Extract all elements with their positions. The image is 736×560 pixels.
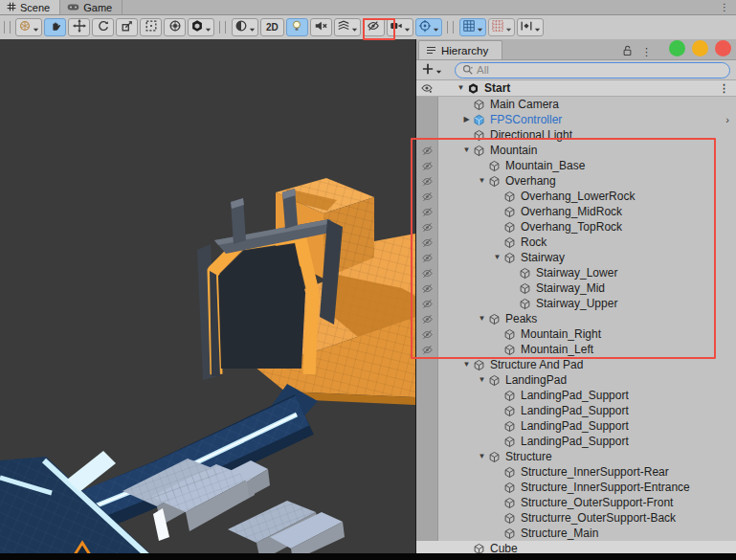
foldout-open-icon[interactable]: ▼	[437, 80, 467, 96]
tree-item-landingpad[interactable]: ▼LandingPad	[416, 372, 736, 388]
visibility-gutter-cell[interactable]	[416, 418, 437, 434]
visibility-off-toggle[interactable]	[416, 204, 437, 219]
foldout-closed-icon[interactable]: ▶	[437, 112, 473, 127]
foldout-open-icon[interactable]: ▼	[437, 250, 503, 265]
visibility-gutter-cell[interactable]	[416, 449, 437, 464]
visibility-gutter-cell[interactable]	[416, 495, 437, 510]
scale-tool-button[interactable]	[116, 18, 138, 36]
tree-item-landingpad-support[interactable]: LandingPad_Support	[416, 418, 736, 434]
tree-item-stairway-lower[interactable]: Stairway_Lower	[416, 265, 736, 280]
visibility-gutter-cell[interactable]	[416, 112, 437, 127]
visibility-off-toggle[interactable]	[416, 280, 437, 296]
prefab-open-chevron-icon[interactable]: ›	[725, 112, 736, 127]
visibility-gutter-cell[interactable]	[416, 403, 437, 418]
grid-visibility-button[interactable]	[459, 18, 486, 36]
foldout-open-icon[interactable]: ▼	[437, 173, 488, 189]
window-control-green[interactable]	[669, 40, 685, 56]
tree-item-stairway-upper[interactable]: Stairway_Upper	[416, 296, 736, 311]
tree-item-overhang-lowerrock[interactable]: Overhang_LowerRock	[416, 189, 736, 204]
tab-strip-menu-icon[interactable]: ⋮	[713, 0, 736, 14]
tab-hierarchy[interactable]: Hierarchy	[418, 40, 502, 59]
pivot-mode-button[interactable]	[15, 18, 42, 36]
foldout-open-icon[interactable]: ▼	[437, 357, 473, 372]
tree-item-fpscontroller[interactable]: ▶FPSController›	[416, 112, 736, 127]
scene-row-start[interactable]: ▼Start⋮	[416, 80, 736, 97]
tree-item-mountain-left[interactable]: Mountain_Left	[416, 342, 736, 357]
camera-button[interactable]	[387, 18, 413, 36]
tree-item-stairway[interactable]: ▼Stairway	[416, 250, 736, 265]
foldout-open-icon[interactable]: ▼	[437, 449, 488, 464]
visibility-gutter-cell[interactable]	[416, 434, 437, 449]
visibility-gutter-cell[interactable]	[416, 357, 437, 372]
visibility-gutter-cell[interactable]	[416, 480, 437, 495]
tree-item-mountain-right[interactable]: Mountain_Right	[416, 326, 736, 342]
visibility-off-toggle[interactable]	[416, 143, 437, 158]
visibility-off-toggle[interactable]	[416, 173, 437, 189]
tree-item-mountain[interactable]: ▼Mountain	[416, 143, 736, 158]
tab-game[interactable]: Game	[60, 0, 123, 14]
tree-item-structure-outersupport-front[interactable]: Structure_OuterSupport-Front	[416, 495, 736, 510]
visibility-off-toggle[interactable]	[416, 342, 437, 357]
visibility-off-toggle[interactable]	[416, 158, 437, 173]
visibility-gutter-cell[interactable]	[416, 510, 437, 526]
scene-audio-button[interactable]	[310, 18, 332, 36]
tree-item-structure-main[interactable]: Structure_Main	[416, 526, 736, 541]
tree-item-landingpad-support[interactable]: LandingPad_Support	[416, 388, 736, 403]
visibility-off-toggle[interactable]	[416, 311, 437, 326]
visibility-off-toggle[interactable]	[416, 326, 437, 342]
search-input[interactable]: All	[455, 62, 730, 78]
window-control-red[interactable]	[715, 40, 731, 56]
snap-settings-button[interactable]	[517, 18, 544, 36]
visibility-gutter-cell[interactable]	[416, 372, 437, 388]
visibility-off-toggle[interactable]	[416, 250, 437, 265]
rotate-tool-button[interactable]	[92, 18, 114, 36]
move-tool-button[interactable]	[68, 18, 90, 36]
scene-lighting-button[interactable]	[286, 18, 308, 36]
tree-item-directional-light[interactable]: Directional Light	[416, 127, 736, 143]
tree-item-structure-innersupport-entrance[interactable]: Structure_InnerSupport-Entrance	[416, 480, 736, 495]
visibility-off-toggle[interactable]	[416, 189, 437, 204]
tree-item-structurre-outersupport-back[interactable]: Structurre_OuterSupport-Back	[416, 510, 736, 526]
tree-item-overhang-toprock[interactable]: Overhang_TopRock	[416, 219, 736, 235]
tree-item-mountain-base[interactable]: Mountain_Base	[416, 158, 736, 173]
tree-item-landingpad-support[interactable]: LandingPad_Support	[416, 403, 736, 418]
transform-tool-button[interactable]	[164, 18, 186, 36]
effects-button[interactable]	[334, 18, 361, 36]
visibility-gutter-cell[interactable]	[416, 388, 437, 403]
scene-options-icon[interactable]: ⋮	[719, 80, 736, 96]
tree-item-stairway-mid[interactable]: Stairway_Mid	[416, 280, 736, 296]
add-object-button[interactable]	[422, 61, 442, 78]
visibility-gutter-cell[interactable]	[416, 526, 437, 541]
tree-item-overhang-midrock[interactable]: Overhang_MidRock	[416, 204, 736, 219]
tree-item-main-camera[interactable]: Main Camera	[416, 97, 736, 112]
visibility-off-toggle[interactable]	[416, 296, 437, 311]
mode-2d-button[interactable]: 2D	[260, 18, 284, 36]
grid-snapping-button[interactable]	[488, 18, 515, 36]
gizmo-button[interactable]	[415, 18, 442, 36]
visibility-gutter-cell[interactable]	[416, 127, 437, 143]
draw-mode-button[interactable]	[232, 18, 258, 36]
visibility-off-toggle[interactable]	[416, 235, 437, 250]
hand-tool-button[interactable]	[44, 18, 66, 36]
foldout-open-icon[interactable]: ▼	[437, 143, 473, 158]
foldout-open-icon[interactable]: ▼	[437, 311, 488, 326]
tree-item-structure[interactable]: ▼Structure	[416, 449, 736, 464]
tab-scene[interactable]: Scene	[0, 0, 60, 14]
tree-item-landingpad-support[interactable]: LandingPad_Support	[416, 434, 736, 449]
visibility-off-toggle[interactable]	[416, 219, 437, 235]
scene-viewport[interactable]	[0, 39, 416, 560]
window-control-yellow[interactable]	[692, 40, 708, 56]
scene-visibility-toggle[interactable]	[416, 80, 437, 96]
tree-item-peaks[interactable]: ▼Peaks	[416, 311, 736, 326]
panel-menu-icon[interactable]: ⋮	[641, 46, 652, 58]
tree-item-overhang[interactable]: ▼Overhang	[416, 173, 736, 189]
custom-tool-button[interactable]	[188, 18, 214, 36]
tree-item-structure-innersupport-rear[interactable]: Structure_InnerSupport-Rear	[416, 464, 736, 480]
foldout-open-icon[interactable]: ▼	[437, 372, 488, 388]
tree-item-rock[interactable]: Rock	[416, 235, 736, 250]
rect-tool-button[interactable]	[140, 18, 162, 36]
visibility-off-toggle[interactable]	[416, 265, 437, 280]
visibility-gutter-cell[interactable]	[416, 97, 437, 112]
visibility-gutter-cell[interactable]	[416, 464, 437, 480]
tree-item-structure-and-pad[interactable]: ▼Structure And Pad	[416, 357, 736, 372]
